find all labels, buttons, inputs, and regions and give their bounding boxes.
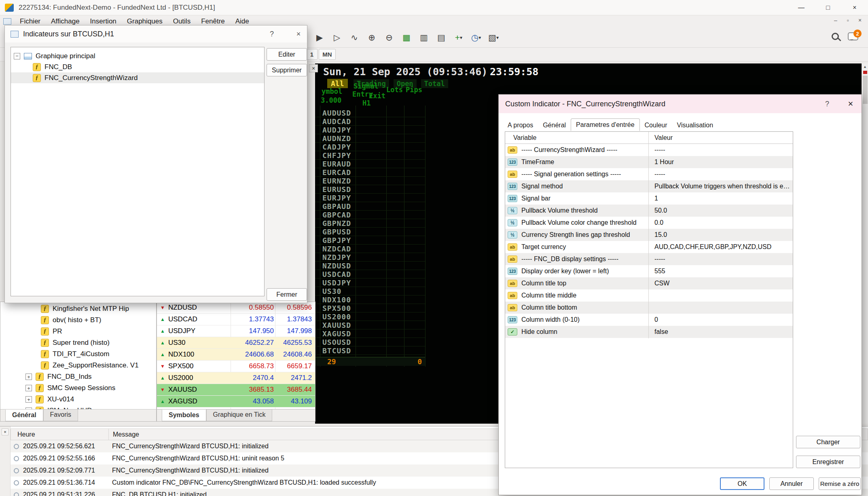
- param-value[interactable]: 555: [654, 268, 790, 275]
- market-watch-row[interactable]: US2000 2470.4 2471.2: [157, 372, 315, 384]
- parameter-row[interactable]: Display order key (lower = left) 555: [505, 265, 793, 277]
- param-value[interactable]: -----: [654, 146, 790, 154]
- navigator-item[interactable]: ƒ Zee_SupportResistance. V1: [0, 360, 156, 371]
- parameter-row[interactable]: Pullback Volume threshold 50.0: [505, 205, 793, 217]
- navigator-item[interactable]: ƒ XU-v014: [0, 394, 156, 405]
- param-value[interactable]: AUD,CAD,CHF,EUR,GBP,JPY,NZD,USD: [654, 243, 790, 251]
- delete-button[interactable]: Supprimer: [267, 64, 307, 76]
- dialog-close-button[interactable]: ×: [845, 99, 856, 109]
- expand-plus-icon[interactable]: [25, 385, 32, 391]
- mdi-minimize-button[interactable]: –: [832, 17, 840, 23]
- chart-autoscroll-icon[interactable]: ▶: [312, 30, 327, 45]
- dialog-tab[interactable]: Couleur: [640, 119, 672, 131]
- save-button[interactable]: Enregistrer: [796, 456, 860, 468]
- terminal-close-icon[interactable]: ×: [2, 428, 8, 435]
- market-watch-row[interactable]: XAUUSD 3685.13 3685.44: [157, 384, 315, 396]
- param-value[interactable]: -----: [654, 171, 790, 178]
- market-watch-tab[interactable]: Symboles: [162, 409, 206, 421]
- journal-column-time[interactable]: Heure: [11, 429, 109, 440]
- chat-icon[interactable]: 2: [848, 32, 858, 40]
- parameter-row[interactable]: Column title bottom: [505, 302, 793, 314]
- new-chart-icon[interactable]: +: [451, 30, 466, 45]
- tree-root-row[interactable]: − Graphique principal: [11, 51, 264, 61]
- load-button[interactable]: Charger: [796, 436, 860, 448]
- dialog-tab[interactable]: Visualisation: [672, 119, 718, 131]
- tile-windows-icon[interactable]: ▦: [399, 30, 414, 45]
- indicators-tree-list[interactable]: − Graphique principal ƒ FNC_DB ƒ FNC_Cur…: [11, 47, 265, 296]
- parameter-row[interactable]: Currency Strength lines gap threshold 15…: [505, 229, 793, 241]
- parameter-row[interactable]: Signal bar 1: [505, 192, 793, 205]
- scrollbar-thumb[interactable]: [863, 76, 868, 104]
- param-value[interactable]: false: [654, 328, 790, 336]
- minimize-button[interactable]: —: [788, 0, 815, 15]
- zoom-in-icon[interactable]: ⊕: [364, 30, 379, 45]
- market-watch-row[interactable]: NDX100 24606.68 24608.46: [157, 349, 315, 361]
- market-watch-row[interactable]: US30 46252.27 46255.53: [157, 337, 315, 349]
- param-value[interactable]: 0.0: [654, 219, 790, 226]
- parameter-row[interactable]: Hide column false: [505, 326, 793, 338]
- param-value[interactable]: 0: [654, 316, 790, 323]
- market-watch-row[interactable]: XAGUSD 43.058 43.109: [157, 396, 315, 407]
- collapse-icon[interactable]: −: [14, 53, 20, 59]
- arrange-horizontal-icon[interactable]: ▤: [434, 30, 449, 45]
- hud-filter-tab[interactable]: Total: [421, 79, 448, 88]
- dialog-close-button[interactable]: ×: [293, 29, 304, 39]
- ok-button[interactable]: OK: [720, 477, 764, 490]
- parameter-row[interactable]: Target currency AUD,CAD,CHF,EUR,GBP,JPY,…: [505, 241, 793, 253]
- expand-plus-icon[interactable]: [25, 374, 32, 380]
- menu-item[interactable]: Insertion: [85, 17, 122, 25]
- parameter-row[interactable]: Pullback Volume color change threshold 0…: [505, 217, 793, 229]
- navigator-item[interactable]: ƒ FNC_DB_Inds: [0, 371, 156, 382]
- mdi-close-button[interactable]: ×: [856, 17, 864, 23]
- period-button-m1[interactable]: 1: [306, 49, 318, 60]
- chart-hud-close-icon[interactable]: ×: [309, 64, 318, 72]
- arrange-vertical-icon[interactable]: ▥: [417, 30, 431, 45]
- param-value[interactable]: 15.0: [654, 231, 790, 239]
- menu-item[interactable]: Fenêtre: [196, 17, 230, 25]
- reset-button[interactable]: Remise a zéro: [819, 477, 861, 490]
- navigator-item[interactable]: ƒ SMC Sweep Sessions: [0, 382, 156, 394]
- templates-icon[interactable]: ▧: [486, 30, 501, 45]
- search-icon[interactable]: [832, 33, 839, 40]
- chart-shift-icon[interactable]: ▷: [330, 30, 344, 45]
- help-button[interactable]: ?: [822, 99, 832, 109]
- param-value[interactable]: CSW: [654, 280, 790, 287]
- navigator-tab[interactable]: Général: [5, 409, 43, 421]
- param-value[interactable]: 1: [654, 195, 790, 202]
- tree-indicator-row[interactable]: ƒ FNC_CurrencyStrengthWizard: [11, 72, 264, 83]
- parameter-row[interactable]: Signal method Pullback Volume triggers w…: [505, 180, 793, 192]
- navigator-tab[interactable]: Favoris: [43, 409, 78, 421]
- market-watch-tab[interactable]: Graphique en Tick: [206, 409, 273, 421]
- parameter-row[interactable]: Column width (0-10) 0: [505, 314, 793, 326]
- param-value[interactable]: 50.0: [654, 207, 790, 214]
- param-value[interactable]: Pullback Volume triggers when threshold …: [654, 183, 790, 190]
- chart-vertical-scrollbar[interactable]: ▲: [862, 63, 868, 424]
- param-value[interactable]: 1 Hour: [654, 158, 790, 166]
- navigator-item[interactable]: ƒ Super trend (histo): [0, 337, 156, 348]
- help-button[interactable]: ?: [267, 29, 277, 39]
- custom-indicator-titlebar[interactable]: Custom Indicator - FNC_CurrencyStrengthW…: [499, 95, 862, 113]
- scroll-up-icon[interactable]: ▲: [862, 63, 868, 70]
- close-dialog-button[interactable]: Fermer: [267, 288, 307, 301]
- navigator-item[interactable]: ƒ obv( histo + BT): [0, 314, 156, 326]
- param-value[interactable]: -----: [654, 255, 790, 263]
- parameter-row[interactable]: TimeFrame 1 Hour: [505, 156, 793, 168]
- expand-plus-icon[interactable]: [25, 396, 32, 403]
- menu-item[interactable]: Outils: [168, 17, 196, 25]
- parameter-row[interactable]: ----- CurrencyStrengthWizard ----- -----: [505, 144, 793, 156]
- menu-item[interactable]: Graphiques: [122, 17, 168, 25]
- menu-item[interactable]: Aide: [230, 17, 254, 25]
- parameter-row[interactable]: Column title top CSW: [505, 277, 793, 289]
- tree-indicator-row[interactable]: ƒ FNC_DB: [11, 61, 264, 72]
- cancel-button[interactable]: Annuler: [769, 477, 814, 490]
- menu-item[interactable]: Fichier: [15, 17, 46, 25]
- market-watch-row[interactable]: USDCAD 1.37743 1.37843: [157, 314, 315, 325]
- edit-button[interactable]: Editer: [267, 48, 307, 61]
- mdi-restore-button[interactable]: ▫: [844, 17, 852, 23]
- journal-column-message[interactable]: Message: [109, 431, 139, 438]
- line-studies-icon[interactable]: ∿: [347, 30, 362, 45]
- parameter-row[interactable]: ----- FNC_DB display settings ----- ----…: [505, 253, 793, 265]
- market-watch-row[interactable]: USDJPY 147.950 147.998: [157, 325, 315, 337]
- navigator-item[interactable]: ƒ TDI_RT_4iCustom: [0, 348, 156, 360]
- zoom-out-icon[interactable]: ⊖: [382, 30, 396, 45]
